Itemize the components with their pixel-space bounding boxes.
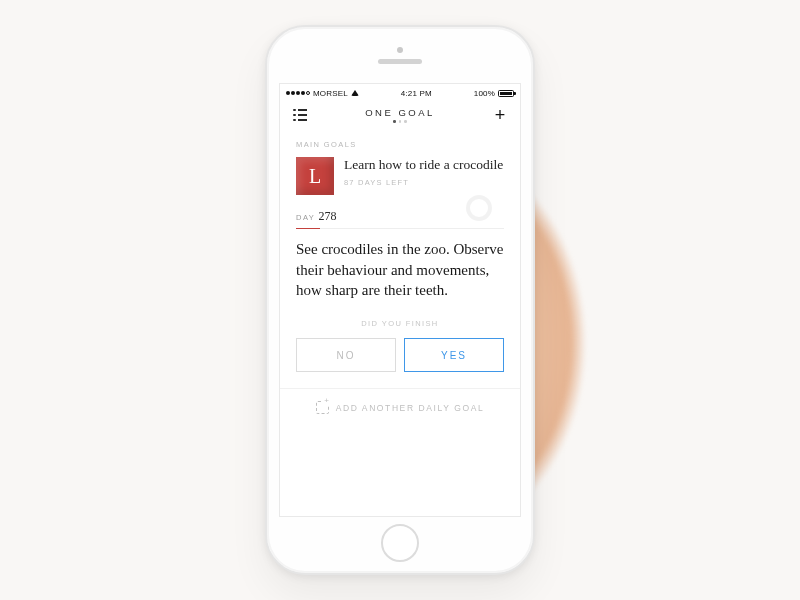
content-area: MAIN GOALS L Learn how to ride a crocodi… <box>280 130 520 516</box>
signal-strength-icon <box>286 91 310 95</box>
add-daily-goal-label: ADD ANOTHER DAILY GOAL <box>336 403 485 413</box>
status-time: 4:21 PM <box>401 89 432 98</box>
page-indicator <box>365 120 435 123</box>
main-goal-row[interactable]: L Learn how to ride a crocodile 87 DAYS … <box>296 157 504 195</box>
wifi-icon <box>351 90 359 96</box>
goal-title: Learn how to ride a crocodile <box>344 157 503 174</box>
nav-title: ONE GOAL <box>365 107 435 118</box>
nav-bar: ONE GOAL + <box>280 100 520 130</box>
day-number: 278 <box>318 209 336 224</box>
no-button[interactable]: NO <box>296 338 396 372</box>
daily-goal-text: See crocodiles in the zoo. Observe their… <box>296 239 504 301</box>
iphone-device-frame: MORSEL 4:21 PM 100% ONE GOAL <box>265 25 535 575</box>
finish-prompt: DID YOU FINISH <box>296 319 504 328</box>
nav-title-wrap: ONE GOAL <box>365 107 435 123</box>
divider <box>280 388 520 389</box>
menu-button[interactable] <box>292 107 308 123</box>
goal-tile-letter: L <box>296 157 334 195</box>
list-icon <box>293 109 307 122</box>
finish-button-row: NO YES <box>296 338 504 372</box>
add-button[interactable]: + <box>492 107 508 123</box>
earpiece-speaker <box>378 59 422 64</box>
battery-percent: 100% <box>474 89 495 98</box>
plus-icon: + <box>495 106 506 124</box>
day-counter: DAY 278 <box>296 209 504 229</box>
pulse-indicator <box>466 195 492 221</box>
screen: MORSEL 4:21 PM 100% ONE GOAL <box>279 83 521 517</box>
front-camera <box>397 47 403 53</box>
carrier-label: MORSEL <box>313 89 348 98</box>
yes-button[interactable]: YES <box>404 338 504 372</box>
device-sensors <box>378 47 422 64</box>
section-label-main-goals: MAIN GOALS <box>296 140 504 149</box>
home-button[interactable] <box>381 524 419 562</box>
battery-icon <box>498 90 514 97</box>
goal-days-left: 87 DAYS LEFT <box>344 178 503 187</box>
day-label: DAY <box>296 213 315 222</box>
add-daily-goal-button[interactable]: ADD ANOTHER DAILY GOAL <box>296 401 504 422</box>
ios-status-bar: MORSEL 4:21 PM 100% <box>280 84 520 100</box>
add-square-icon <box>316 401 329 414</box>
